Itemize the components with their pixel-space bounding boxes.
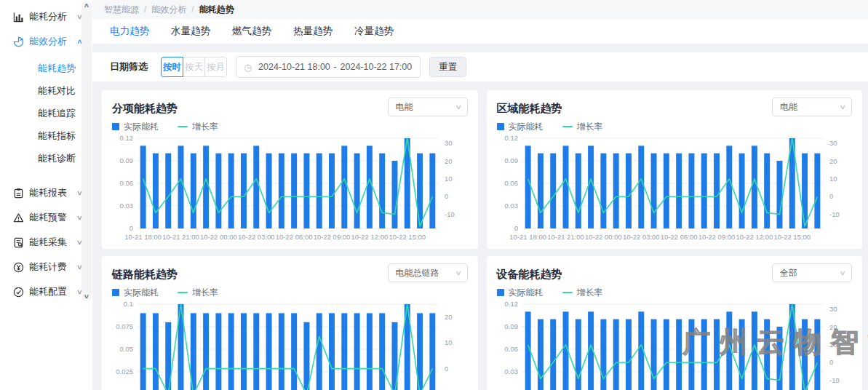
clock-icon: ◷ [244, 63, 252, 72]
mode-by-month-button[interactable]: 按月 [204, 57, 227, 77]
device-select[interactable]: 全部 ∨ [772, 263, 852, 282]
mode-by-day-button[interactable]: 按天 [183, 57, 205, 77]
bar-line-chart: 00.0250.050.0750.120100-1010-21 18:0010-… [112, 300, 468, 390]
tab-electric-trend[interactable]: 电力趋势 [110, 25, 149, 38]
sidebar-item-energy-consumption-analysis[interactable]: 能耗分析 ∨ [0, 4, 92, 29]
svg-text:0: 0 [445, 365, 448, 373]
chart-legend: 实际能耗 增长率 [497, 287, 853, 298]
svg-text:10-21 18:00: 10-21 18:00 [124, 233, 162, 241]
sidebar-item-energy-trend[interactable]: 能耗趋势 [0, 57, 92, 79]
legend-growth-rate[interactable]: 增长率 [562, 121, 603, 133]
svg-text:20: 20 [445, 313, 453, 321]
svg-text:10-22 03:00: 10-22 03:00 [238, 233, 275, 241]
svg-text:0.075: 0.075 [116, 322, 133, 330]
legend-label: 实际能耗 [509, 121, 544, 133]
scroll-down-icon[interactable]: ∨ [84, 292, 90, 301]
svg-text:10-22 15:00: 10-22 15:00 [773, 233, 811, 241]
sidebar-item-label: 能效分析 [29, 35, 77, 48]
pie-chart-icon [12, 36, 24, 47]
svg-text:10-21 21:00: 10-21 21:00 [162, 233, 199, 241]
tab-gas-trend[interactable]: 燃气趋势 [232, 25, 271, 38]
chart-legend: 实际能耗 增长率 [112, 121, 468, 132]
chevron-down-icon: ∨ [840, 103, 847, 111]
svg-text:20: 20 [829, 323, 837, 331]
charts-grid: 分项能耗趋势 电能 ∨ 实际能耗 增长率 00.030.060.090.1230… [92, 90, 868, 390]
svg-text:30: 30 [445, 139, 453, 147]
bar-chart-icon [12, 11, 24, 23]
sidebar-item-energy-tracking[interactable]: 能耗追踪 [0, 102, 92, 124]
legend-actual-energy[interactable]: 实际能耗 [112, 121, 159, 133]
legend-label: 增长率 [192, 121, 218, 133]
legend-label: 增长率 [577, 287, 603, 299]
breadcrumb-item[interactable]: 能效分析 [151, 4, 186, 16]
legend-label: 实际能耗 [124, 287, 159, 299]
legend-label: 实际能耗 [509, 287, 544, 299]
legend-growth-rate[interactable]: 增长率 [562, 287, 603, 299]
line-swatch-icon [562, 126, 573, 128]
sidebar-item-energy-collection[interactable]: 能耗采集 ∨ [0, 230, 92, 255]
bar-swatch-icon [497, 123, 504, 130]
legend-growth-rate[interactable]: 增长率 [178, 287, 218, 299]
legend-growth-rate[interactable]: 增长率 [178, 121, 218, 133]
energy-type-select[interactable]: 电能 ∨ [772, 98, 852, 116]
energy-type-select[interactable]: 电能 ∨ [388, 98, 468, 116]
chevron-down-icon: ∨ [455, 103, 462, 111]
svg-text:30: 30 [829, 305, 837, 313]
select-value: 电能 [780, 101, 840, 114]
legend-actual-energy[interactable]: 实际能耗 [497, 121, 544, 133]
svg-text:-10: -10 [829, 376, 840, 384]
tab-water-trend[interactable]: 水量趋势 [171, 25, 210, 38]
config-icon [12, 286, 24, 298]
svg-text:0: 0 [829, 192, 833, 200]
mode-by-hour-button[interactable]: 按时 [161, 57, 183, 77]
svg-text:10-22 03:00: 10-22 03:00 [622, 233, 659, 241]
line-swatch-icon [178, 126, 188, 128]
legend-actual-energy[interactable]: 实际能耗 [112, 287, 159, 299]
svg-text:0.05: 0.05 [120, 345, 134, 353]
sidebar-item-energy-alert[interactable]: 能耗预警 ∨ [0, 205, 92, 230]
date-filter-label: 日期筛选 [110, 60, 148, 73]
select-value: 电能 [396, 101, 456, 114]
chevron-down-icon: ∨ [455, 269, 462, 276]
sidebar-item-energy-report[interactable]: 能耗报表 ∨ [0, 180, 92, 205]
bar-swatch-icon [112, 289, 119, 296]
svg-text:0.12: 0.12 [504, 300, 518, 308]
svg-text:10-22 06:00: 10-22 06:00 [276, 233, 313, 241]
main-content: 智慧能源 / 能效分析 / 能耗趋势 电力趋势 水量趋势 燃气趋势 热量趋势 冷… [92, 0, 868, 390]
sidebar-item-energy-comparison[interactable]: 能耗对比 [0, 79, 92, 102]
svg-text:0.03: 0.03 [120, 202, 134, 210]
sidebar-item-energy-config[interactable]: 能耗配置 ∨ [0, 279, 92, 304]
sidebar-item-energy-indicators[interactable]: 能耗指标 [0, 124, 92, 147]
sidebar: 能耗分析 ∨ 能效分析 ∧ 能耗趋势 能耗对比 能耗追踪 能耗指标 能耗诊断 能… [0, 0, 92, 390]
tab-heat-trend[interactable]: 热量趋势 [293, 25, 333, 38]
tab-cooling-trend[interactable]: 冷量趋势 [354, 25, 394, 38]
svg-text:0.06: 0.06 [504, 179, 518, 187]
breadcrumb-item[interactable]: 智慧能源 [104, 4, 139, 16]
reset-button[interactable]: 重置 [429, 57, 466, 77]
panel-link-energy-trend: 链路能耗趋势 电能总链路 ∨ 实际能耗 增长率 00.0250.050.0750… [102, 256, 478, 390]
sidebar-scrollbar[interactable]: ∧ ∨ [81, 1, 92, 301]
collect-icon [12, 236, 24, 248]
end-date-value[interactable]: 2024-10-22 17:00 [340, 62, 413, 72]
sidebar-item-energy-efficiency-analysis[interactable]: 能效分析 ∧ [0, 29, 92, 54]
svg-text:10: 10 [445, 175, 453, 183]
chart-legend: 实际能耗 增长率 [497, 121, 853, 132]
legend-label: 实际能耗 [124, 121, 159, 133]
date-range-picker[interactable]: ◷ 2024-10-21 18:00 - 2024-10-22 17:00 [236, 56, 421, 78]
link-select[interactable]: 电能总链路 ∨ [388, 263, 468, 282]
svg-text:0.09: 0.09 [504, 322, 518, 330]
select-value: 电能总链路 [396, 267, 456, 279]
legend-actual-energy[interactable]: 实际能耗 [497, 287, 544, 299]
line-swatch-icon [178, 292, 188, 294]
start-date-value[interactable]: 2024-10-21 18:00 [258, 62, 330, 72]
panel-region-energy-trend: 区域能耗趋势 电能 ∨ 实际能耗 增长率 00.030.060.090.1230… [487, 90, 863, 249]
sidebar-item-energy-diagnosis[interactable]: 能耗诊断 [0, 147, 92, 170]
svg-text:0.03: 0.03 [504, 202, 518, 210]
svg-text:-10: -10 [445, 210, 455, 218]
sidebar-item-label: 能耗配置 [29, 285, 77, 298]
svg-text:0.06: 0.06 [504, 345, 518, 353]
svg-text:0.12: 0.12 [120, 134, 134, 142]
sidebar-item-energy-billing[interactable]: 能耗计费 ∨ [0, 255, 92, 279]
scroll-up-icon[interactable]: ∧ [84, 1, 90, 10]
date-range-separator: - [331, 62, 340, 72]
